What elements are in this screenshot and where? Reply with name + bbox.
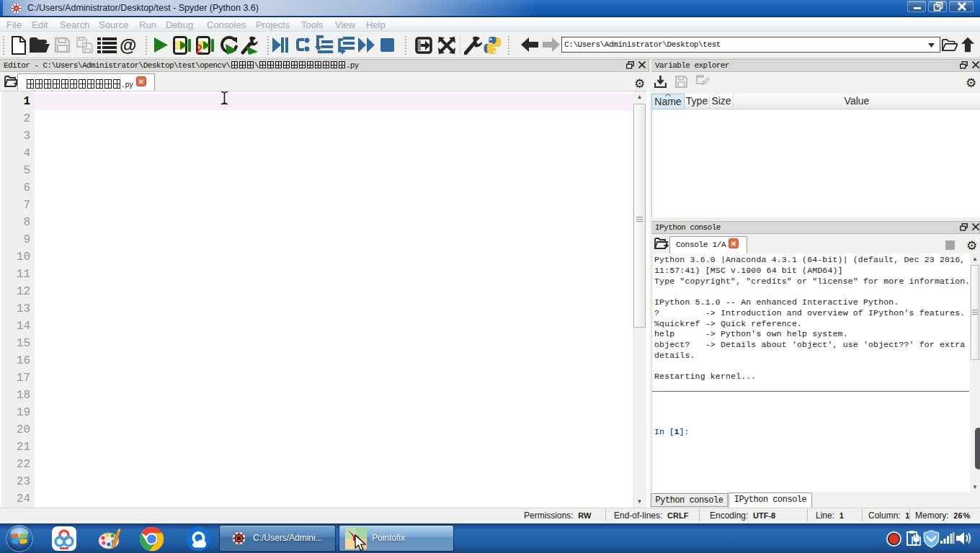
svg-text:2: 2 — [196, 43, 202, 55]
